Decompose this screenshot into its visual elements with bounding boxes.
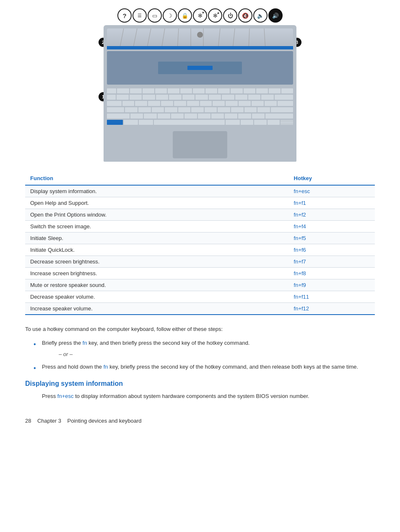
section-body: Press fn+esc to display information abou… <box>42 392 375 401</box>
intro-text: To use a hotkey command on the computer … <box>25 325 375 334</box>
key-2 <box>130 95 142 100</box>
key-6 <box>182 95 195 100</box>
zxcv-row <box>107 114 293 119</box>
key-8 <box>209 95 221 100</box>
step-1-item: Briefly press the fn key, and then brief… <box>34 339 375 359</box>
section-heading: Displaying system information <box>25 380 375 387</box>
key-tab <box>107 101 122 106</box>
steps-list: Briefly press the fn key, and then brief… <box>34 339 375 372</box>
key-shift-r <box>265 114 293 119</box>
key-ins <box>269 88 281 93</box>
fn-icon-lock: 🔒 <box>178 8 192 23</box>
key-f3 <box>143 88 154 93</box>
key-9 <box>222 95 234 100</box>
key-tilde <box>107 95 116 100</box>
table-row: Decrease speaker volume.fn+f11 <box>25 291 375 303</box>
table-cell-hotkey: fn+f5 <box>289 232 375 244</box>
key-4 <box>156 95 168 100</box>
key-backslash <box>278 101 293 106</box>
key-7 <box>195 95 208 100</box>
fn-icon-menu: ☰ <box>132 8 147 23</box>
table-cell-hotkey: fn+f7 <box>289 256 375 268</box>
step-1-pre: Briefly press the <box>42 340 83 346</box>
key-0 <box>235 95 247 100</box>
key-arrow-l <box>241 120 253 125</box>
col-function-header: Function <box>25 172 289 185</box>
step-2-item: Press and hold down the fn key, briefly … <box>34 363 375 372</box>
step-1-fn: fn <box>83 340 87 346</box>
key-3 <box>143 95 155 100</box>
table-row: Increase screen brightness.fn+f8 <box>25 268 375 279</box>
key-esc <box>107 88 116 93</box>
key-quote <box>257 107 270 112</box>
key-f7 <box>193 88 205 93</box>
key-f <box>165 107 177 112</box>
step-2-pre: Press and hold down the <box>42 364 104 370</box>
key-f10 <box>231 88 242 93</box>
key-f11 <box>244 88 255 93</box>
hotkey-table: Function Hotkey Display system informati… <box>25 172 375 315</box>
laptop-top-bar <box>107 28 293 49</box>
key-enter <box>271 107 293 112</box>
page-footer: 28 Chapter 3 Pointing devices and keyboa… <box>25 418 375 424</box>
key-5 <box>169 95 181 100</box>
key-x <box>144 114 156 119</box>
key-k <box>218 107 230 112</box>
table-row: Switch the screen image.fn+f4 <box>25 221 375 232</box>
key-arrow-r <box>268 120 280 125</box>
key-f6 <box>180 88 192 93</box>
table-body: Display system information.fn+escOpen He… <box>25 185 375 315</box>
key-j <box>205 107 217 112</box>
key-z <box>130 114 143 119</box>
key-r <box>161 101 173 106</box>
key-m <box>211 114 224 119</box>
key-i <box>213 101 225 106</box>
key-f5 <box>168 88 179 93</box>
fn-key-row <box>107 88 293 93</box>
section-body-pre: Press <box>42 393 57 399</box>
table-cell-function: Decrease speaker volume. <box>25 291 289 303</box>
or-separator: – or – <box>59 350 375 359</box>
key-f8 <box>205 88 217 93</box>
key-comma <box>225 114 237 119</box>
key-n <box>198 114 210 119</box>
step-2-post: key, briefly press the second key of the… <box>108 364 358 370</box>
key-bracket-r <box>265 101 277 106</box>
table-row: Open the Print Options window.fn+f2 <box>25 209 375 221</box>
table-row: Display system information.fn+esc <box>25 185 375 197</box>
key-a <box>125 107 138 112</box>
key-equals <box>261 95 273 100</box>
fn-icon-vol-down: 🔈 <box>253 8 268 23</box>
table-cell-hotkey: fn+f6 <box>289 244 375 256</box>
fn-icon-power: ⏻ <box>223 8 237 23</box>
key-l <box>231 107 244 112</box>
key-bracket-l <box>252 101 264 106</box>
bottom-row <box>107 120 293 125</box>
key-s <box>138 107 151 112</box>
key-h <box>191 107 204 112</box>
key-semi <box>244 107 257 112</box>
asdf-row <box>107 107 293 112</box>
trackpad-area <box>107 131 293 158</box>
table-cell-hotkey: fn+esc <box>289 185 375 197</box>
table-cell-hotkey: fn+f8 <box>289 268 375 279</box>
table-row: Increase speaker volume.fn+f12 <box>25 303 375 315</box>
step-1-post: key, and then briefly press the second k… <box>87 340 250 346</box>
qwerty-row <box>107 101 293 106</box>
laptop-outer: 2 3 1 <box>104 25 296 162</box>
table-header: Function Hotkey <box>25 172 375 185</box>
key-del <box>281 88 293 93</box>
key-d <box>152 107 164 112</box>
table-row: Initiate Sleep.fn+f5 <box>25 232 375 244</box>
key-arrows-ud <box>281 120 293 125</box>
key-f1 <box>117 88 129 93</box>
key-w <box>135 101 147 106</box>
key-p <box>239 101 251 106</box>
table-cell-function: Mute or restore speaker sound. <box>25 279 289 291</box>
key-v <box>171 114 184 119</box>
key-fn-highlighted <box>107 120 123 125</box>
table-cell-hotkey: fn+f12 <box>289 303 375 315</box>
table-row: Open Help and Support.fn+f1 <box>25 197 375 209</box>
section-body-post: to display information about system hard… <box>74 393 309 399</box>
key-f2 <box>130 88 142 93</box>
